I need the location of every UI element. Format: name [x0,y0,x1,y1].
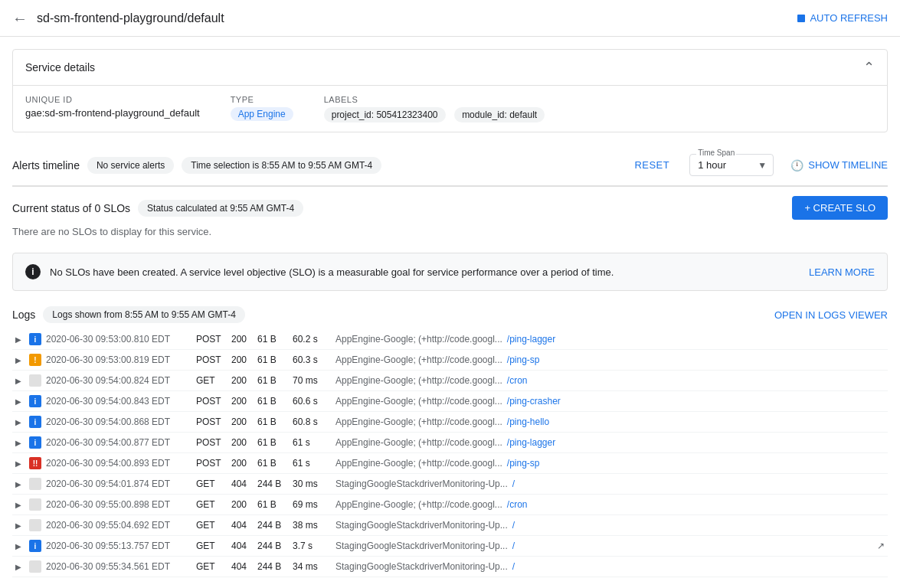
service-details-card: Service details ⌃ UNIQUE ID gae:sd-sm-fr… [12,49,888,132]
log-duration: 69 ms [293,499,331,510]
alerts-section: Alerts timeline No service alerts Time s… [12,145,888,186]
log-path[interactable]: / [512,541,515,551]
labels-field: LABELS project_id: 505412323400 module_i… [324,95,545,122]
expand-log-button[interactable]: ▶ [15,501,25,509]
expand-log-button[interactable]: ▶ [15,480,25,488]
type-field: TYPE App Engine [231,95,293,121]
current-status-section: Current status of 0 SLOs Status calculat… [12,187,888,247]
expand-log-button[interactable]: ▶ [15,418,25,426]
log-path[interactable]: /ping-lagger [507,334,555,345]
reset-button[interactable]: RESET [634,159,669,171]
log-severity-icon [29,374,41,387]
logs-section: Logs Logs shown from 8:55 AM to 9:55 AM … [12,300,888,577]
expand-log-button[interactable]: ▶ [15,356,25,364]
expand-log-button[interactable]: ▶ [15,563,25,571]
page-title: sd-sm-frontend-playground/default [37,11,224,25]
open-logs-viewer-button[interactable]: OPEN IN LOGS VIEWER [774,309,888,321]
log-agent: AppEngine-Google; (+http://code.googl... [335,354,502,365]
log-datetime: 2020-06-30 09:53:00.810 EDT [46,334,191,345]
type-label: TYPE [231,95,293,104]
auto-refresh-indicator [797,15,805,22]
log-severity-icon [29,519,41,531]
no-alerts-pill: No service alerts [87,157,174,174]
expand-log-button[interactable]: ▶ [15,542,25,550]
log-agent: AppEngine-Google; (+http://code.googl... [335,458,502,469]
log-path[interactable]: /ping-crasher [507,396,561,407]
log-status: 200 [231,458,253,469]
label-chip-1: project_id: 505412323400 [324,107,446,122]
log-severity-icon [29,560,41,573]
time-span-label: Time Span [696,149,736,157]
log-duration: 70 ms [293,375,331,386]
expand-log-button[interactable]: ▶ [15,397,25,406]
clock-icon: 🕛 [790,159,803,172]
expand-log-button[interactable]: ▶ [15,439,25,447]
log-method: GET [196,479,227,489]
log-size: 61 B [257,375,288,386]
log-datetime: 2020-06-30 09:55:34.561 EDT [46,561,191,572]
log-row: ▶ i 2020-06-30 09:55:13.757 EDT GET 404 … [12,536,888,557]
learn-more-button[interactable]: LEARN MORE [809,266,875,278]
time-span-wrapper: Time Span 1 hour 6 hours 1 day 1 week ▼ [689,154,774,176]
log-row: ▶ !! 2020-06-30 09:54:00.893 EDT POST 20… [12,453,888,474]
log-duration: 60.6 s [293,396,331,407]
log-path[interactable]: / [512,561,515,572]
collapse-button[interactable]: ⌃ [863,59,875,76]
log-method: POST [196,334,227,345]
log-path[interactable]: /ping-lagger [507,437,555,448]
info-icon: i [25,264,41,279]
log-status: 200 [231,499,253,510]
expand-log-button[interactable]: ▶ [15,521,25,530]
log-path[interactable]: /cron [507,375,528,386]
log-path[interactable]: /ping-sp [507,458,540,469]
log-path[interactable]: / [512,479,515,489]
log-severity-icon: i [29,333,41,345]
log-size: 244 B [257,541,288,551]
chevron-down-icon: ▼ [758,160,767,171]
back-button[interactable]: ← [12,11,28,26]
log-severity-icon: !! [29,457,41,469]
expand-log-button[interactable]: ▶ [15,335,25,344]
log-path[interactable]: / [512,520,515,531]
time-span-select[interactable]: 1 hour 6 hours 1 day 1 week [698,159,751,171]
labels-label: LABELS [324,95,545,104]
log-duration: 38 ms [293,520,331,531]
no-slo-text: There are no SLOs to display for this se… [12,226,888,247]
log-path[interactable]: /ping-sp [507,354,540,365]
log-agent: StagingGoogleStackdriverMonitoring-Up... [335,520,508,531]
log-severity-icon: i [29,416,41,428]
log-severity-icon [29,498,41,511]
log-method: POST [196,396,227,407]
logs-container: ▶ i 2020-06-30 09:53:00.810 EDT POST 200… [12,329,888,577]
log-agent: StagingGoogleStackdriverMonitoring-Up... [335,479,508,489]
log-status: 404 [231,520,253,531]
log-row: ▶ ! 2020-06-30 09:53:00.819 EDT POST 200… [12,350,888,371]
labels-chips: project_id: 505412323400 module_id: defa… [324,107,545,122]
create-slo-button[interactable]: + CREATE SLO [792,196,888,220]
log-method: POST [196,354,227,365]
log-agent: AppEngine-Google; (+http://code.googl... [335,396,502,407]
info-banner-text: No SLOs have been created. A service lev… [50,266,800,278]
log-method: POST [196,437,227,448]
log-path[interactable]: /cron [507,499,528,510]
log-size: 244 B [257,561,288,572]
log-size: 61 B [257,416,288,427]
service-details-title: Service details [25,61,95,74]
log-row: ▶ 2020-06-30 09:55:34.561 EDT GET 404 24… [12,557,888,577]
log-agent: AppEngine-Google; (+http://code.googl... [335,416,502,427]
auto-refresh-button[interactable]: AUTO REFRESH [797,12,888,24]
log-duration: 61 s [293,458,331,469]
external-link-icon[interactable]: ↗ [877,541,885,551]
unique-id-value: gae:sd-sm-frontend-playground_default [25,107,200,119]
log-duration: 34 ms [293,561,331,572]
log-datetime: 2020-06-30 09:54:00.868 EDT [46,416,191,427]
log-path[interactable]: /ping-hello [507,416,549,427]
expand-log-button[interactable]: ▶ [15,459,25,468]
log-status: 200 [231,354,253,365]
show-timeline-button[interactable]: 🕛 SHOW TIMELINE [790,159,888,172]
expand-log-button[interactable]: ▶ [15,377,25,385]
status-chip: Status calculated at 9:55 AM GMT-4 [138,200,303,217]
logs-time-pill: Logs shown from 8:55 AM to 9:55 AM GMT-4 [43,306,244,323]
log-status: 404 [231,541,253,551]
log-size: 61 B [257,437,288,448]
